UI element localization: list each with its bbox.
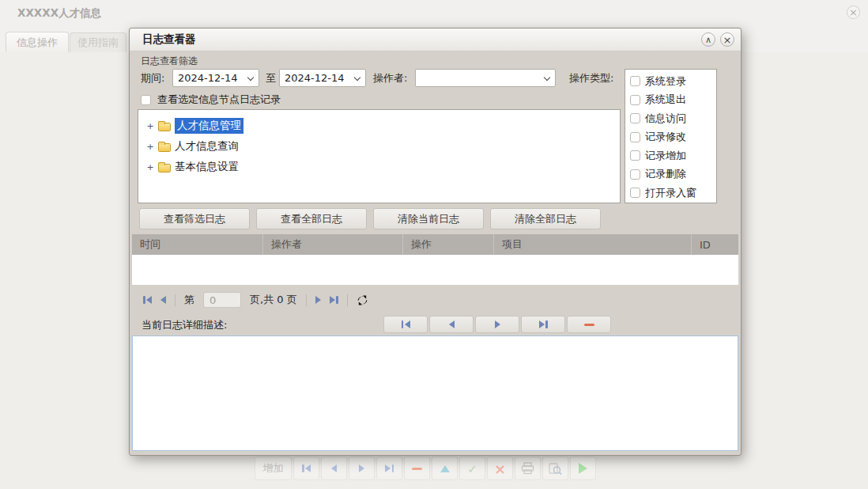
expand-icon[interactable] — [146, 142, 154, 152]
last-record-button[interactable] — [376, 457, 402, 480]
op-type-label: 操作类型: — [569, 71, 613, 85]
checkbox[interactable] — [141, 95, 151, 105]
refresh-icon[interactable] — [357, 294, 368, 306]
window-title: XXXXX人才信息 — [17, 6, 101, 21]
operator-select[interactable] — [415, 69, 556, 87]
detail-prev-button[interactable] — [429, 316, 474, 333]
tree-item[interactable]: 人才信息管理 — [146, 116, 620, 136]
checkbox[interactable] — [630, 113, 640, 123]
print-button[interactable] — [515, 457, 541, 480]
folder-icon — [158, 164, 171, 172]
tree-item-label[interactable]: 人才信息查询 — [175, 139, 239, 154]
last-page-button[interactable] — [330, 296, 338, 304]
next-record-button[interactable] — [349, 457, 375, 480]
operation-type-list: 系统登录 系统退出 信息访问 记录修改 记录增加 记录删除 打开录入窗 — [625, 69, 717, 203]
detail-next-button[interactable] — [475, 316, 519, 333]
next-icon — [359, 464, 364, 472]
edit-record-button[interactable] — [432, 457, 458, 480]
window-close-icon[interactable] — [847, 6, 860, 19]
chevron-down-icon — [247, 74, 254, 81]
view-filtered-logs-button[interactable]: 查看筛选日志 — [139, 208, 250, 229]
first-icon — [402, 320, 410, 328]
chevron-down-icon — [544, 74, 550, 81]
chevron-down-icon — [354, 74, 360, 81]
operator-label: 操作者: — [373, 71, 407, 85]
checkbox[interactable] — [630, 188, 640, 198]
column-header-operator[interactable]: 操作者 — [262, 234, 402, 255]
triangle-up-icon — [440, 465, 450, 472]
printer-icon — [521, 462, 534, 475]
checkbox[interactable] — [630, 169, 640, 180]
tree-item-label[interactable]: 人才信息管理 — [175, 118, 243, 134]
op-type-option[interactable]: 打开录入窗 — [630, 184, 716, 203]
minus-icon — [412, 468, 422, 470]
prev-record-button[interactable] — [321, 457, 347, 480]
page-number-input[interactable] — [203, 292, 241, 308]
op-type-option-label: 系统登录 — [645, 74, 686, 89]
cancel-record-button[interactable] — [487, 457, 513, 480]
tab-info-operation[interactable]: 信息操作 — [6, 32, 69, 52]
log-detail-textarea[interactable] — [132, 335, 738, 451]
date-from-select[interactable]: 2024-12-14 — [172, 69, 259, 87]
next-icon — [495, 320, 500, 328]
op-type-option[interactable]: 记录增加 — [630, 146, 716, 165]
log-pagination-bar: 第 页,共 0 页 — [132, 285, 738, 315]
close-dialog-icon[interactable] — [720, 32, 734, 47]
node-filter-checkbox-row[interactable]: 查看选定信息节点日志记录 — [141, 93, 281, 107]
add-record-button[interactable]: 增加 — [255, 457, 292, 480]
expand-icon[interactable] — [146, 121, 154, 131]
op-type-option[interactable]: 记录修改 — [630, 128, 716, 147]
op-type-option[interactable]: 系统登录 — [630, 72, 716, 91]
collapse-dialog-icon[interactable] — [701, 32, 715, 47]
minus-icon — [584, 324, 594, 326]
checkbox[interactable] — [630, 150, 640, 161]
detail-delete-button[interactable] — [567, 316, 611, 333]
tab-user-guide[interactable]: 使用指南 — [70, 32, 126, 52]
clear-all-logs-button[interactable]: 清除全部日志 — [490, 208, 601, 229]
op-type-option[interactable]: 信息访问 — [630, 109, 716, 128]
folder-icon — [158, 123, 171, 131]
op-type-option-label: 信息访问 — [645, 112, 686, 126]
column-header-time[interactable]: 时间 — [132, 234, 262, 255]
record-toolbar: 增加 — [255, 457, 596, 480]
expand-icon[interactable] — [146, 162, 154, 172]
column-header-action[interactable]: 操作 — [402, 234, 493, 255]
clear-current-logs-button[interactable]: 清除当前日志 — [373, 208, 484, 229]
divider — [175, 294, 175, 306]
first-page-button[interactable] — [143, 296, 152, 304]
delete-record-button[interactable] — [404, 457, 430, 480]
view-all-logs-button[interactable]: 查看全部日志 — [256, 208, 367, 229]
column-header-item[interactable]: 项目 — [493, 234, 691, 255]
dialog-titlebar[interactable]: 日志查看器 — [130, 28, 741, 51]
to-label: 至 — [266, 71, 276, 85]
checkbox[interactable] — [630, 132, 640, 142]
dialog-body: 日志查看筛选 期间: 2024-12-14 至 2024-12-14 操作者: … — [130, 51, 741, 455]
search-button[interactable] — [542, 457, 568, 480]
date-to-value: 2024-12-14 — [285, 72, 345, 84]
prev-page-button[interactable] — [160, 296, 166, 304]
checkbox[interactable] — [630, 76, 640, 86]
magnifier-icon — [549, 462, 562, 476]
op-type-option[interactable]: 系统退出 — [630, 91, 716, 110]
detail-last-button[interactable] — [521, 316, 565, 333]
op-type-option-label: 记录增加 — [645, 149, 686, 163]
tree-item[interactable]: 人才信息查询 — [146, 136, 620, 157]
divider — [347, 294, 348, 306]
tree-item-label[interactable]: 基本信息设置 — [175, 160, 239, 174]
next-page-button[interactable] — [315, 296, 321, 304]
confirm-record-button[interactable] — [459, 457, 485, 480]
op-type-option-label: 打开录入窗 — [645, 186, 696, 200]
log-action-buttons: 查看筛选日志 查看全部日志 清除当前日志 清除全部日志 — [139, 208, 601, 229]
run-button[interactable] — [570, 457, 596, 480]
first-record-button[interactable] — [293, 457, 319, 480]
op-type-option[interactable]: 记录删除 — [630, 165, 716, 184]
op-type-option-label: 记录删除 — [645, 167, 686, 181]
checkbox[interactable] — [630, 95, 640, 105]
detail-first-button[interactable] — [383, 316, 428, 333]
detail-header-row: 当前日志详细描述: — [132, 316, 738, 335]
column-header-id[interactable]: ID — [691, 234, 738, 255]
first-icon — [302, 464, 311, 472]
date-to-select[interactable]: 2024-12-14 — [279, 69, 366, 87]
tree-item[interactable]: 基本信息设置 — [146, 157, 620, 177]
date-from-value: 2024-12-14 — [178, 72, 238, 84]
